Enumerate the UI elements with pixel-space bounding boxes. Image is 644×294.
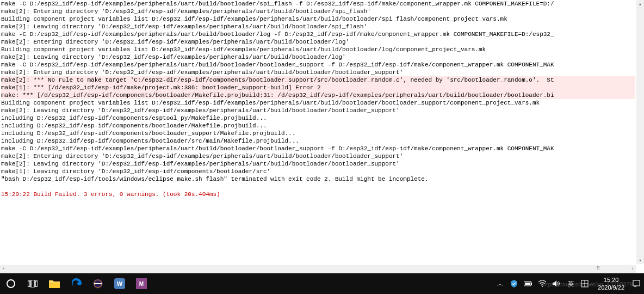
console-line: make[2]: Leaving directory 'D:/esp32_idf… — [1, 23, 367, 30]
console-line: make -C D:/esp32_idf/esp-idf/examples/pe… — [1, 145, 554, 152]
task-view-icon[interactable] — [25, 276, 40, 291]
console-line: 15:20:22 Build Failed. 3 errors, 0 warni… — [1, 191, 220, 198]
console-line: make[2]: Entering directory 'D:/esp32_id… — [1, 8, 371, 15]
console-line: Building component project variables lis… — [1, 16, 507, 22]
msys-icon[interactable]: M — [134, 276, 149, 291]
taskbar-left-group: W M — [3, 276, 149, 291]
console-line: including D:/esp32_idf/esp-idf/component… — [1, 115, 267, 121]
svg-rect-7 — [94, 283, 102, 284]
console-line: make: *** [/d/esp32_idf/esp-idf/componen… — [1, 91, 635, 99]
console-line: make -C D:/esp32_idf/esp-idf/examples/pe… — [1, 1, 554, 7]
console-line: make[2]: Leaving directory 'D:/esp32_idf… — [1, 107, 400, 114]
svg-rect-13 — [531, 283, 532, 285]
vertical-scrollbar[interactable]: ▴ ▾ — [636, 0, 644, 264]
svg-point-15 — [542, 286, 543, 287]
console-line: make[2]: Entering directory 'D:/esp32_id… — [1, 69, 403, 76]
console-line: make -C D:/esp32_idf/esp-idf/examples/pe… — [1, 31, 554, 38]
console-line: make[2]: *** No rule to make target 'C:/… — [1, 76, 635, 84]
cortana-icon[interactable] — [3, 276, 18, 291]
svg-rect-1 — [31, 280, 34, 287]
security-icon[interactable] — [510, 279, 518, 288]
scroll-right-icon[interactable]: › — [629, 265, 636, 273]
eclipse-icon[interactable] — [90, 276, 106, 291]
ime-indicator[interactable]: 英 — [566, 279, 575, 288]
console-line: "bash D:/esp32_idf/esp-idf/tools/windows… — [1, 176, 429, 182]
scroll-down-icon[interactable]: ▾ — [636, 256, 644, 264]
scroll-up-icon[interactable]: ▴ — [636, 0, 644, 8]
file-explorer-icon[interactable] — [47, 276, 62, 291]
console-line: make[2]: Leaving directory 'D:/esp32_idf… — [1, 54, 346, 60]
clock-date: 2020/9/22 — [598, 284, 624, 291]
console-line: Building component project variables lis… — [1, 100, 540, 106]
svg-text:M: M — [139, 281, 144, 287]
console-line: Building component project variables lis… — [1, 46, 486, 53]
clock[interactable]: 15:20 2020/9/22 — [598, 276, 624, 291]
console-line: make -C D:/esp32_idf/esp-idf/examples/pe… — [1, 62, 554, 68]
wifi-icon[interactable] — [538, 279, 547, 288]
battery-icon[interactable] — [524, 279, 532, 288]
volume-icon[interactable] — [552, 279, 561, 288]
svg-rect-14 — [525, 283, 530, 285]
windows-taskbar: W M ︿ 英 15:20 2020/9/22 — [0, 273, 644, 294]
edge-browser-icon[interactable] — [69, 276, 84, 291]
resize-handle-icon[interactable]: ⠿ — [596, 265, 600, 272]
console-line: including D:/esp32_idf/esp-idf/component… — [1, 122, 267, 129]
svg-text:W: W — [117, 280, 123, 287]
wps-icon[interactable]: W — [112, 276, 127, 291]
scroll-left-icon[interactable]: ‹ — [0, 265, 8, 273]
system-tray: ︿ 英 15:20 2020/9/22 — [496, 276, 641, 291]
clock-time: 15:20 — [598, 276, 624, 284]
svg-rect-0 — [28, 281, 30, 286]
svg-rect-2 — [35, 281, 38, 286]
ime-mode-icon[interactable] — [580, 279, 589, 288]
svg-rect-19 — [633, 280, 640, 286]
console-line: make[2]: Leaving directory 'D:/esp32_idf… — [1, 161, 400, 167]
console-output: make -C D:/esp32_idf/esp-idf/examples/pe… — [0, 0, 636, 264]
svg-rect-3 — [49, 283, 60, 288]
tray-expand-icon[interactable]: ︿ — [496, 279, 504, 288]
console-line: make[1]: *** [/d/esp32_idf/esp-idf/make/… — [1, 84, 635, 91]
console-line: make[2]: Entering directory 'D:/esp32_id… — [1, 153, 403, 160]
console-line: make[2]: Entering directory 'D:/esp32_id… — [1, 39, 349, 45]
console-line: including D:/esp32_idf/esp-idf/component… — [1, 138, 299, 144]
horizontal-scrollbar[interactable]: ‹ › — [0, 265, 636, 273]
console-line: make[1]: Leaving directory 'D:/esp32_idf… — [1, 168, 270, 175]
notification-icon[interactable] — [632, 279, 641, 288]
svg-rect-4 — [50, 284, 53, 284]
console-line: including D:/esp32_idf/esp-idf/component… — [1, 130, 295, 137]
